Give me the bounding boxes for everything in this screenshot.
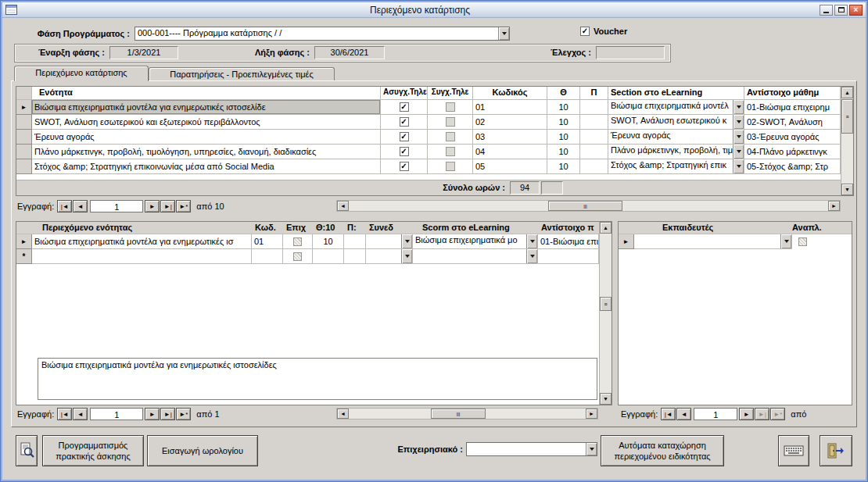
maximize-button[interactable]	[834, 5, 848, 16]
lesson-cell[interactable]: 02-SWOT, Ανάλυση	[744, 115, 841, 130]
last-record-button[interactable]: ►|	[755, 408, 769, 420]
previous-record-button[interactable]: ◄	[73, 408, 88, 420]
scroll-left-button[interactable]: ◄	[337, 201, 349, 211]
chevron-down-icon[interactable]	[733, 100, 744, 114]
chevron-down-icon[interactable]	[780, 234, 791, 248]
unit-name-cell[interactable]: Πλάνο μάρκετινγκ, προβολή, τιμολόγηση, υ…	[32, 145, 381, 159]
section-combobox[interactable]: Έρευνα αγοράς	[608, 130, 744, 145]
unit-name-cell[interactable]: Έρευνα αγοράς	[32, 130, 381, 145]
row-selector[interactable]: ►	[16, 234, 32, 249]
previous-record-button[interactable]: ◄	[676, 408, 691, 420]
checkbox-unchecked[interactable]	[446, 117, 455, 127]
chevron-down-icon[interactable]	[586, 443, 597, 455]
section-combobox[interactable]: Βιώσιμα επιχειρηματικά μοντέλ	[608, 100, 744, 115]
business-combobox[interactable]	[466, 442, 597, 456]
async-tele-cell[interactable]: ✓	[381, 145, 428, 159]
content-vertical-scrollbar[interactable]: ▲ ≡ ▼	[599, 222, 612, 405]
timetable-import-button[interactable]: Εισαγωγή ωρολογίου	[147, 435, 258, 466]
row-selector[interactable]	[16, 130, 32, 145]
checkbox-unchecked[interactable]	[446, 132, 455, 141]
content-code-cell[interactable]	[252, 249, 283, 264]
business-cell[interactable]	[283, 234, 313, 249]
row-selector[interactable]	[16, 145, 32, 159]
row-selector[interactable]: *	[16, 249, 32, 264]
chevron-down-icon[interactable]	[498, 27, 509, 40]
tab-training-content[interactable]: Περιεχόμενο κατάρτισης	[14, 66, 149, 81]
first-record-button[interactable]: |◄	[57, 200, 72, 212]
next-record-button[interactable]: ►	[739, 408, 754, 420]
new-record-button[interactable]: ►*	[176, 408, 191, 420]
chevron-down-icon[interactable]	[401, 234, 412, 248]
checkbox-unchecked[interactable]	[446, 162, 455, 171]
phase-combobox[interactable]: 000-001---- Πρόγραμμα κατάρτισης / /	[135, 27, 510, 41]
content-theory-cell[interactable]	[313, 249, 344, 264]
lesson-cell[interactable]: 03-Έρευνα αγοράς	[744, 130, 841, 145]
start-date-field[interactable]: 1/3/2021	[109, 46, 178, 59]
lesson-cell[interactable]: 05-Στόχος &amp; Στρ	[744, 159, 841, 174]
unit-code-cell[interactable]: 05	[473, 159, 547, 174]
checkbox-unchecked[interactable]	[446, 102, 455, 112]
auto-register-button[interactable]: Αυτόματα καταχώρηση περιεχομένου ειδικότ…	[601, 435, 724, 466]
previous-record-button[interactable]: ◄	[73, 200, 88, 212]
practice-schedule-button[interactable]: Προγραμματισμός πρακτικής άσκησης	[42, 435, 144, 466]
chevron-down-icon[interactable]	[733, 159, 744, 173]
print-preview-button[interactable]	[16, 435, 38, 466]
chevron-down-icon[interactable]	[733, 130, 744, 144]
chevron-down-icon[interactable]	[401, 249, 412, 263]
scorm-combobox[interactable]	[413, 249, 538, 264]
null-checkbox[interactable]	[293, 252, 302, 261]
unit-practice-cell[interactable]	[580, 130, 608, 145]
scroll-left-button[interactable]: ◄	[337, 409, 349, 419]
scroll-up-button[interactable]: ▲	[600, 222, 612, 234]
content-practice-cell[interactable]	[344, 249, 366, 264]
units-horizontal-scrollbar[interactable]: ◄ ||| ►	[336, 200, 841, 212]
end-date-field[interactable]: 30/6/2021	[314, 46, 385, 59]
checkbox-unchecked[interactable]	[446, 147, 455, 156]
unit-theory-cell[interactable]: 10	[547, 159, 580, 174]
unit-practice-cell[interactable]	[580, 145, 608, 159]
sync-tele-cell[interactable]	[428, 159, 473, 174]
minimize-button[interactable]	[820, 5, 833, 16]
checkbox-checked[interactable]: ✓	[400, 162, 409, 171]
tab-notes-defaults[interactable]: Παρατηρήσεις - Προεπιλεγμένες τιμές	[149, 67, 335, 80]
trainer-combobox[interactable]	[634, 234, 792, 249]
row-selector[interactable]	[16, 115, 32, 130]
checkbox-checked[interactable]: ✓	[400, 102, 409, 112]
scorm-combobox[interactable]: Βιώσιμα επιχειρηματικά μο	[413, 234, 538, 249]
row-selector[interactable]	[16, 159, 32, 174]
lesson-cell[interactable]: 01-Βιώσιμα επιχ	[538, 234, 599, 249]
checkbox-checked[interactable]: ✓	[400, 147, 409, 156]
scroll-right-button[interactable]: ►	[586, 409, 597, 419]
control-field[interactable]	[596, 46, 665, 59]
null-checkbox[interactable]	[293, 237, 302, 246]
scrollbar-thumb[interactable]: ≡	[600, 297, 612, 311]
content-name-cell[interactable]	[32, 249, 252, 264]
section-combobox[interactable]: Στόχος &amp; Στρατηγική επικ	[608, 159, 744, 174]
unit-name-cell[interactable]: Στόχος &amp; Στρατηγική επικοινωνίας μέσ…	[32, 159, 381, 174]
session-combobox[interactable]	[366, 249, 413, 264]
chevron-down-icon[interactable]	[733, 145, 744, 159]
unit-theory-cell[interactable]: 10	[547, 115, 580, 130]
chevron-down-icon[interactable]	[733, 115, 744, 129]
scrollbar-thumb[interactable]: |||	[548, 201, 622, 211]
chevron-down-icon[interactable]	[526, 234, 537, 248]
sync-tele-cell[interactable]	[428, 130, 473, 145]
scroll-up-button[interactable]: ▲	[841, 87, 853, 98]
new-record-button[interactable]: ►*	[176, 200, 191, 212]
chevron-down-icon[interactable]	[526, 249, 537, 263]
next-record-button[interactable]: ►	[145, 200, 160, 212]
deputy-checkbox[interactable]	[792, 234, 812, 249]
content-code-cell[interactable]: 01	[252, 234, 283, 249]
sync-tele-cell[interactable]	[428, 115, 473, 130]
unit-code-cell[interactable]: 02	[473, 115, 547, 130]
unit-name-cell[interactable]: SWOT, Ανάλυση εσωτερικού και εξωτερικού …	[32, 115, 381, 130]
unit-code-cell[interactable]: 04	[473, 145, 547, 159]
unit-code-cell[interactable]: 01	[473, 100, 547, 115]
exit-button[interactable]	[820, 435, 852, 466]
unit-name-cell[interactable]: Βιώσιμα επιχειρηματικά μοντέλα για ενημε…	[32, 100, 381, 115]
section-combobox[interactable]: Πλάνο μάρκετινγκ, προβολή, τιμ	[608, 145, 744, 159]
close-button[interactable]: ×	[849, 5, 863, 16]
first-record-button[interactable]: |◄	[661, 408, 676, 420]
content-theory-cell[interactable]: 10	[313, 234, 344, 249]
units-vertical-scrollbar[interactable]: ▲ ≡ ▼	[841, 87, 853, 195]
